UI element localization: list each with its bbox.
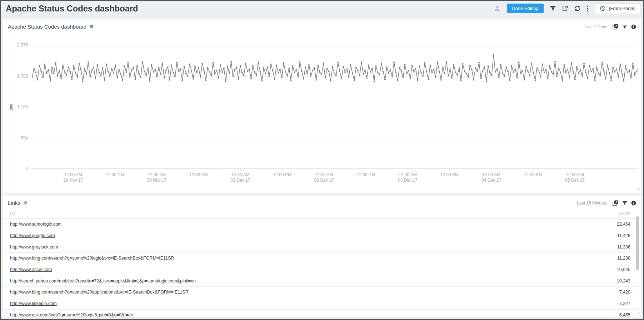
x-tick-mark — [449, 169, 450, 171]
links-panel: Links ⚙ Last 15 Minutes url _count http:… — [3, 196, 641, 317]
scrollbar-thumb[interactable] — [636, 216, 639, 270]
top-bar-actions: Done Editing [From Panel] — [494, 3, 640, 14]
count-value: 11,238 — [617, 256, 630, 261]
chart-time-range: Last 7 Days — [585, 24, 607, 29]
table-row: http://www.ask.com/web?q=sumo%20logic&qs… — [3, 310, 641, 317]
count-value: 10,645 — [617, 267, 630, 272]
refresh-icon[interactable] — [574, 5, 580, 11]
time-range-label: [From Panel] — [609, 6, 635, 11]
x-tick-mark — [115, 169, 115, 171]
y-tick-label: 2,376 — [3, 43, 28, 48]
count-value: 11,429 — [617, 233, 630, 238]
chart-panel-header: Apache Status Codes dashboard ⚙ Last 7 D… — [3, 19, 641, 30]
url-link[interactable]: http://www.greylock.com — [10, 245, 58, 250]
x-tick-mark — [408, 169, 408, 171]
count-value: 11,336 — [617, 245, 630, 250]
column-header-url[interactable]: url — [10, 211, 15, 216]
x-tick-label: 12:00 PM — [273, 172, 291, 178]
chart-x-axis: 12:00 AM29 Nov 1712:00 PM12:00 AM30 Nov … — [32, 172, 638, 187]
url-link[interactable]: http://www.sumologic.com — [10, 222, 62, 227]
count-value: 7,227 — [619, 301, 630, 306]
panel-resize-handle[interactable] — [635, 310, 640, 316]
table-row: http://www.linkedin.com 7,227 — [3, 298, 641, 310]
y-tick-label: 0 — [3, 166, 28, 171]
dashboard-screen: Apache Status Codes dashboard Done Editi… — [0, 0, 644, 320]
table-row: http://www.sumologic.com 22,464 — [3, 219, 641, 230]
count-value: 7,420 — [619, 290, 630, 295]
user-icon[interactable] — [494, 5, 500, 11]
x-tick-label: 12:00 PM — [189, 172, 208, 178]
x-tick-mark — [533, 169, 534, 171]
filter-icon[interactable] — [550, 6, 556, 11]
url-link[interactable]: http://www.ask.com/web?q=sumo%20logic&qs… — [10, 312, 133, 317]
links-table-header: url _count — [3, 206, 641, 219]
x-tick-mark — [638, 169, 638, 171]
url-link[interactable]: http://www.linkedin.com — [10, 301, 57, 306]
x-tick-label: 12:00 AM05 Dec 17 — [565, 172, 585, 183]
url-link[interactable]: http://www.bing.com/search?q=sumo%20logi… — [10, 256, 174, 261]
count-value: 10,243 — [617, 279, 630, 284]
y-tick-label: 594 — [3, 136, 28, 141]
url-link[interactable]: http://www.bing.com/search?q=sumo%20appl… — [10, 290, 189, 295]
url-link[interactable]: http://www.google.com — [10, 233, 55, 238]
top-bar: Apache Status Codes dashboard Done Editi… — [1, 1, 643, 16]
links-panel-title: Links — [8, 200, 20, 206]
x-tick-label: 12:00 PM — [357, 172, 375, 178]
open-search-icon[interactable] — [613, 24, 618, 30]
x-tick-mark — [240, 169, 241, 171]
y-tick-label: 1,188 — [3, 104, 28, 109]
count-value: 22,464 — [617, 222, 630, 227]
x-tick-label: 12:00 AM01 Dec 17 — [231, 172, 250, 183]
chart-panel: Apache Status Codes dashboard ⚙ Last 7 D… — [3, 19, 641, 193]
page-title: Apache Status Codes dashboard — [6, 4, 494, 14]
gear-icon[interactable]: ⚙ — [89, 24, 94, 29]
x-tick-mark — [366, 169, 366, 171]
links-time-range: Last 15 Minutes — [577, 201, 607, 206]
links-panel-header: Links ⚙ Last 15 Minutes — [3, 196, 641, 206]
url-link[interactable]: http://www.accel.com — [10, 267, 52, 272]
links-table-body: http://www.sumologic.com 22,464 http://w… — [3, 219, 641, 317]
kebab-menu-icon[interactable] — [587, 5, 589, 12]
x-tick-mark — [199, 169, 199, 171]
table-row: http://www.greylock.com 11,336 — [3, 241, 641, 253]
x-tick-label: 12:00 PM — [524, 172, 542, 178]
x-tick-label: 12:00 AM30 Nov 17 — [147, 172, 166, 183]
chart-plot[interactable] — [32, 35, 638, 169]
x-tick-label: 12:00 AM04 Dec 17 — [481, 172, 501, 183]
info-icon[interactable] — [631, 201, 636, 206]
table-row: http://search.yahoo.com/mobile/s?rewrite… — [3, 275, 641, 287]
count-value: 6,455 — [619, 312, 630, 317]
x-tick-label: 12:00 AM02 Dec 17 — [314, 172, 334, 183]
x-tick-label: 12:00 AM29 Nov 17 — [63, 172, 83, 183]
clock-icon — [600, 6, 605, 11]
table-row: http://www.bing.com/search?q=sumo%20appl… — [3, 287, 641, 298]
status-codes-chart: 200 2,3761,7821,1885940 12:00 AM29 Nov 1… — [3, 35, 641, 192]
x-tick-mark — [491, 169, 491, 171]
info-icon[interactable] — [631, 24, 636, 29]
table-row: http://www.accel.com 10,645 — [3, 264, 641, 276]
share-icon[interactable] — [562, 6, 568, 11]
x-tick-label: 12:00 PM — [106, 172, 124, 178]
column-header-count[interactable]: _count — [618, 211, 630, 216]
gear-icon[interactable]: ⚙ — [23, 201, 28, 205]
chart-panel-title: Apache Status Codes dashboard — [8, 24, 86, 30]
table-row: http://www.google.com 11,429 — [3, 230, 641, 242]
x-tick-label: 12:00 AM03 Dec 17 — [398, 172, 418, 183]
x-tick-mark — [157, 169, 157, 171]
url-link[interactable]: http://search.yahoo.com/mobile/s?rewrite… — [10, 279, 196, 284]
open-search-icon[interactable] — [613, 200, 618, 206]
done-editing-button[interactable]: Done Editing — [507, 4, 543, 13]
x-tick-label: 12:00 PM — [440, 172, 459, 178]
line-series-200 — [32, 35, 638, 169]
time-range-selector[interactable]: [From Panel] — [595, 3, 640, 14]
panel-resize-handle[interactable] — [635, 185, 640, 192]
x-tick-mark — [575, 169, 575, 171]
x-tick-mark — [324, 169, 324, 171]
links-scrollbar[interactable] — [636, 216, 639, 316]
x-tick-mark — [282, 169, 283, 171]
panel-filter-icon[interactable] — [622, 24, 627, 29]
x-tick-mark — [73, 169, 74, 171]
table-row: http://www.bing.com/search?q=sumo%20logi… — [3, 253, 641, 264]
y-tick-label: 1,782 — [3, 74, 28, 79]
panel-filter-icon[interactable] — [622, 201, 627, 206]
